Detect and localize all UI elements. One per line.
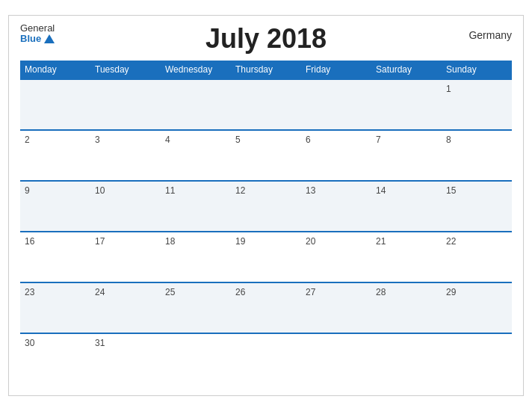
day-number: 7 xyxy=(376,135,381,145)
day-number: 25 xyxy=(165,287,175,297)
calendar-day-cell: 13 xyxy=(301,181,371,232)
calendar-day-cell: 9 xyxy=(20,181,90,232)
day-number: 26 xyxy=(235,287,245,297)
day-number: 4 xyxy=(165,135,170,145)
calendar-day-cell: 30 xyxy=(20,333,90,384)
day-number: 16 xyxy=(25,236,34,247)
calendar-week-row: 3031 xyxy=(20,333,512,384)
header-saturday: Saturday xyxy=(371,61,442,79)
calendar-day-cell: 8 xyxy=(442,130,512,181)
calendar-day-cell: 31 xyxy=(90,333,161,384)
header-monday: Monday xyxy=(20,61,90,79)
header-friday: Friday xyxy=(301,61,371,79)
header-thursday: Thursday xyxy=(231,61,301,79)
calendar-day-cell: 19 xyxy=(231,232,301,282)
calendar-week-row: 2345678 xyxy=(20,130,512,181)
calendar-day-cell: 22 xyxy=(442,232,512,282)
day-number: 17 xyxy=(95,236,105,247)
calendar-day-cell: 29 xyxy=(442,282,512,333)
logo-triangle-icon xyxy=(44,34,55,43)
day-number: 22 xyxy=(446,236,456,247)
day-number: 30 xyxy=(25,338,34,348)
day-number: 13 xyxy=(306,185,315,196)
header-sunday: Sunday xyxy=(442,61,512,79)
calendar-day-cell: 26 xyxy=(231,282,301,333)
calendar-day-cell: 17 xyxy=(90,232,161,282)
calendar-day-cell xyxy=(161,79,231,130)
logo: General Blue xyxy=(20,23,55,45)
weekday-header-row: Monday Tuesday Wednesday Thursday Friday… xyxy=(20,61,512,79)
day-number: 1 xyxy=(446,84,451,94)
calendar-header: General Blue July 2018 Germany xyxy=(20,23,512,55)
calendar-day-cell xyxy=(20,79,90,130)
calendar-week-row: 9101112131415 xyxy=(20,181,512,232)
day-number: 31 xyxy=(95,338,105,348)
calendar-day-cell: 2 xyxy=(20,130,90,181)
day-number: 28 xyxy=(376,287,386,297)
calendar-day-cell: 6 xyxy=(301,130,371,181)
calendar-day-cell: 24 xyxy=(90,282,161,333)
header-wednesday: Wednesday xyxy=(161,61,231,79)
day-number: 15 xyxy=(446,185,456,196)
calendar-body: 1234567891011121314151617181920212223242… xyxy=(20,79,512,384)
calendar-day-cell: 11 xyxy=(161,181,231,232)
calendar-day-cell: 4 xyxy=(161,130,231,181)
calendar-day-cell xyxy=(301,79,371,130)
country-label: Germany xyxy=(468,29,512,41)
calendar-day-cell: 21 xyxy=(371,232,442,282)
calendar-title: July 2018 xyxy=(205,23,327,55)
calendar-day-cell: 18 xyxy=(161,232,231,282)
calendar-day-cell xyxy=(301,333,371,384)
calendar-day-cell xyxy=(442,333,512,384)
day-number: 8 xyxy=(446,135,451,145)
calendar-day-cell: 3 xyxy=(90,130,161,181)
calendar-day-cell xyxy=(371,333,442,384)
logo-blue-text: Blue xyxy=(20,34,55,44)
day-number: 9 xyxy=(25,185,30,196)
calendar-day-cell xyxy=(231,79,301,130)
calendar-day-cell: 10 xyxy=(90,181,161,232)
calendar-week-row: 16171819202122 xyxy=(20,232,512,282)
day-number: 24 xyxy=(95,287,105,297)
day-number: 5 xyxy=(235,135,241,145)
day-number: 14 xyxy=(376,185,386,196)
day-number: 23 xyxy=(25,287,34,297)
day-number: 27 xyxy=(306,287,315,297)
calendar-day-cell: 20 xyxy=(301,232,371,282)
calendar-week-row: 23242526272829 xyxy=(20,282,512,333)
day-number: 21 xyxy=(376,236,386,247)
calendar-day-cell: 25 xyxy=(161,282,231,333)
calendar-day-cell xyxy=(371,79,442,130)
day-number: 12 xyxy=(235,185,245,196)
calendar-day-cell: 7 xyxy=(371,130,442,181)
day-number: 10 xyxy=(95,185,105,196)
calendar-day-cell: 27 xyxy=(301,282,371,333)
calendar-container: General Blue July 2018 Germany Monday Tu… xyxy=(8,15,524,396)
calendar-week-row: 1 xyxy=(20,79,512,130)
day-number: 2 xyxy=(25,135,30,145)
calendar-day-cell: 1 xyxy=(442,79,512,130)
calendar-day-cell: 5 xyxy=(231,130,301,181)
calendar-day-cell: 14 xyxy=(371,181,442,232)
calendar-day-cell: 28 xyxy=(371,282,442,333)
calendar-table: Monday Tuesday Wednesday Thursday Friday… xyxy=(20,61,512,384)
calendar-day-cell: 23 xyxy=(20,282,90,333)
day-number: 11 xyxy=(165,185,175,196)
day-number: 18 xyxy=(165,236,175,247)
calendar-day-cell: 12 xyxy=(231,181,301,232)
calendar-day-cell xyxy=(231,333,301,384)
header-tuesday: Tuesday xyxy=(90,61,161,79)
day-number: 6 xyxy=(306,135,311,145)
calendar-day-cell: 15 xyxy=(442,181,512,232)
day-number: 3 xyxy=(95,135,100,145)
calendar-day-cell: 16 xyxy=(20,232,90,282)
logo-general-text: General xyxy=(20,23,55,34)
day-number: 29 xyxy=(446,287,456,297)
calendar-day-cell xyxy=(161,333,231,384)
day-number: 19 xyxy=(235,236,245,247)
day-number: 20 xyxy=(306,236,315,247)
calendar-day-cell xyxy=(90,79,161,130)
